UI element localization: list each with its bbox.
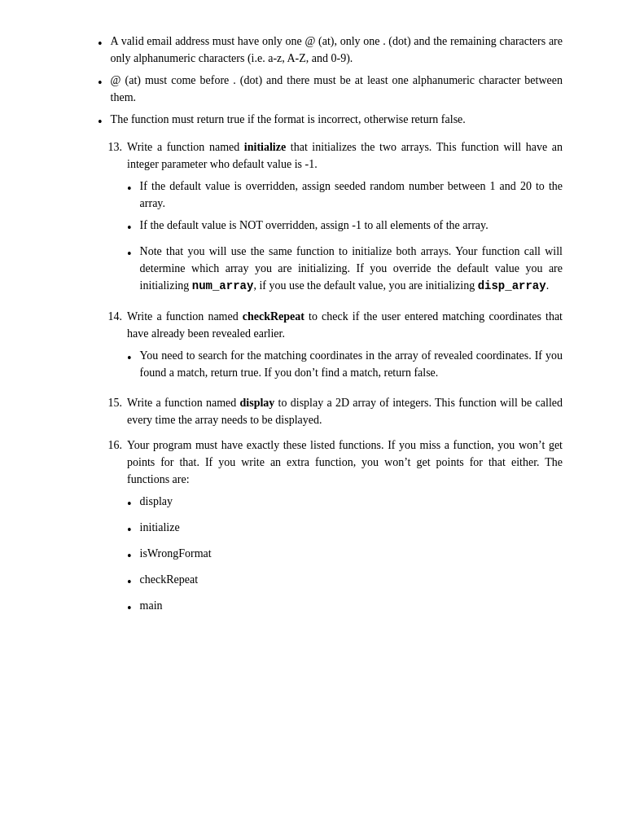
bullet-text: You need to search for the matching coor… xyxy=(140,347,563,381)
bullet-text: initialize xyxy=(140,519,563,536)
list-item-14: 14. Write a function named checkRepeat t… xyxy=(98,308,563,386)
bullet-text: display xyxy=(140,493,563,510)
list-item: • If the default value is overridden, as… xyxy=(127,178,563,212)
bullet-icon: • xyxy=(127,573,132,592)
bullet-icon: • xyxy=(127,599,132,618)
bullet-text: main xyxy=(140,597,563,614)
sub-bullet-list: • If the default value is overridden, as… xyxy=(127,178,563,295)
item-number: 15. xyxy=(98,394,122,411)
list-item: • isWrongFormat xyxy=(127,545,563,566)
code-disp-array: disp_array xyxy=(478,279,546,292)
item-number: 16. xyxy=(98,437,122,454)
bullet-text: @ (at) must come before . (dot) and ther… xyxy=(111,72,563,106)
list-item: • A valid email address must have only o… xyxy=(98,33,563,67)
code-num-array: num_array xyxy=(192,279,254,292)
bullet-icon: • xyxy=(127,244,132,264)
bullet-icon: • xyxy=(127,494,132,514)
item-intro-plain: Write a function named xyxy=(127,397,240,409)
item-intro-bold: checkRepeat xyxy=(243,310,304,323)
bullet-icon: • xyxy=(127,218,132,238)
list-item: • display xyxy=(127,493,563,514)
list-item-15: 15. Write a function named display to di… xyxy=(98,394,563,428)
list-item: • The function must return true if the f… xyxy=(98,111,563,132)
bullet-icon: • xyxy=(127,179,132,199)
bullet-icon: • xyxy=(98,112,103,132)
bullet-icon: • xyxy=(127,546,132,566)
item-intro-bold: initialize xyxy=(244,141,286,153)
list-item-16: 16. Your program must have exactly these… xyxy=(98,437,563,623)
list-item: • @ (at) must come before . (dot) and th… xyxy=(98,72,563,106)
bullet-text-complex: Note that you will use the same function… xyxy=(140,243,563,295)
list-item: • main xyxy=(127,597,563,618)
list-item: • initialize xyxy=(127,519,563,540)
bullet-text: If the default value is NOT overridden, … xyxy=(140,217,563,234)
list-item: • Note that you will use the same functi… xyxy=(127,243,563,295)
bullet-text: checkRepeat xyxy=(140,571,563,588)
sub-bullet-list: • You need to search for the matching co… xyxy=(127,347,563,381)
item-content: Write a function named display to displa… xyxy=(127,394,563,428)
list-item: • checkRepeat xyxy=(127,571,563,592)
bullet-text: If the default value is overridden, assi… xyxy=(140,178,563,212)
numbered-list: 13. Write a function named initialize th… xyxy=(98,138,563,623)
item-content: Your program must have exactly these lis… xyxy=(127,437,563,623)
list-item: • If the default value is NOT overridden… xyxy=(127,217,563,238)
item-number: 14. xyxy=(98,308,122,325)
item-content: Write a function named initialize that i… xyxy=(127,138,563,300)
item-intro-plain: Write a function named xyxy=(127,141,244,153)
sub-bullet-list: • display • initialize • isWrongFormat •… xyxy=(127,493,563,618)
item-intro-plain: Your program must have exactly these lis… xyxy=(127,439,563,485)
top-bullet-list: • A valid email address must have only o… xyxy=(98,33,563,132)
list-item-13: 13. Write a function named initialize th… xyxy=(98,138,563,300)
bullet-icon: • xyxy=(127,349,132,368)
bullet-icon: • xyxy=(98,73,103,93)
list-item: • You need to search for the matching co… xyxy=(127,347,563,381)
item-number: 13. xyxy=(98,138,122,156)
bullet-icon: • xyxy=(98,34,103,54)
bullet-text: The function must return true if the for… xyxy=(111,111,563,128)
bullet-text: isWrongFormat xyxy=(140,545,563,562)
item-content: Write a function named checkRepeat to ch… xyxy=(127,308,563,386)
item-intro-plain: Write a function named xyxy=(127,310,243,323)
item-intro-bold: display xyxy=(240,397,275,409)
page-content: • A valid email address must have only o… xyxy=(0,0,644,664)
bullet-text: A valid email address must have only one… xyxy=(111,33,563,67)
bullet-icon: • xyxy=(127,520,132,540)
